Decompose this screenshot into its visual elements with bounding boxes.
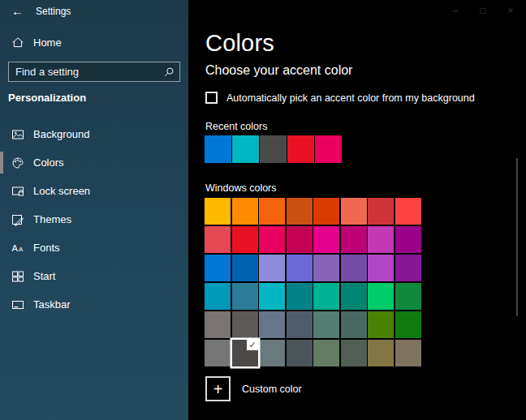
sidebar-item-colors[interactable]: Colors bbox=[0, 148, 188, 177]
windows-color-swatch-10[interactable] bbox=[259, 226, 285, 253]
windows-color-swatch-9[interactable] bbox=[232, 226, 258, 253]
windows-color-swatch-46[interactable] bbox=[368, 340, 394, 366]
custom-color-row: + Custom color bbox=[205, 376, 302, 401]
titlebar-left: ← Settings bbox=[11, 4, 71, 18]
custom-color-label: Custom color bbox=[242, 384, 302, 395]
windows-color-swatch-25[interactable] bbox=[232, 283, 258, 310]
windows-color-swatch-17[interactable] bbox=[232, 255, 258, 281]
windows-color-swatch-33[interactable] bbox=[232, 311, 258, 338]
windows-color-swatch-40[interactable] bbox=[205, 340, 231, 366]
page-title: Colors bbox=[205, 30, 274, 57]
sidebar-item-home[interactable]: Home bbox=[11, 36, 62, 49]
recent-color-swatch-0[interactable] bbox=[205, 135, 231, 163]
section-heading: Choose your accent color bbox=[205, 63, 352, 78]
windows-color-swatch-24[interactable] bbox=[205, 283, 231, 310]
windows-color-swatch-18[interactable] bbox=[259, 255, 285, 281]
windows-color-swatch-0[interactable] bbox=[205, 198, 231, 225]
home-label: Home bbox=[33, 36, 62, 49]
search-input[interactable] bbox=[9, 66, 163, 78]
windows-color-swatch-27[interactable] bbox=[287, 283, 313, 310]
windows-color-swatch-14[interactable] bbox=[368, 226, 394, 253]
auto-accent-checkbox[interactable] bbox=[205, 92, 218, 104]
windows-color-swatch-16[interactable] bbox=[205, 255, 231, 281]
windows-color-swatch-5[interactable] bbox=[341, 198, 367, 225]
windows-color-swatch-42[interactable] bbox=[259, 340, 285, 366]
windows-color-swatch-3[interactable] bbox=[287, 198, 313, 225]
window-title: Settings bbox=[36, 6, 71, 17]
windows-color-swatch-41[interactable]: ✓ bbox=[232, 340, 258, 366]
search-icon[interactable] bbox=[163, 66, 175, 79]
sidebar-section-label: Personalization bbox=[8, 92, 86, 104]
sidebar-item-lock-screen[interactable]: Lock screen bbox=[0, 177, 188, 205]
sidebar-item-label: Fonts bbox=[33, 242, 60, 254]
sidebar-item-fonts[interactable]: AAFonts bbox=[0, 234, 188, 262]
windows-color-swatch-20[interactable] bbox=[313, 255, 339, 281]
windows-colors-grid: ✓ bbox=[205, 198, 421, 366]
start-icon bbox=[11, 270, 24, 283]
lock-screen-icon bbox=[11, 185, 24, 198]
windows-color-swatch-39[interactable] bbox=[395, 311, 421, 338]
sidebar-item-background[interactable]: Background bbox=[0, 120, 188, 148]
vertical-scrollbar[interactable] bbox=[516, 158, 518, 316]
windows-color-swatch-30[interactable] bbox=[368, 283, 394, 310]
windows-color-swatch-45[interactable] bbox=[341, 340, 367, 366]
back-button[interactable]: ← bbox=[11, 4, 31, 18]
close-button[interactable]: × bbox=[497, 2, 524, 19]
windows-color-swatch-37[interactable] bbox=[341, 311, 367, 338]
windows-color-swatch-8[interactable] bbox=[205, 226, 231, 253]
windows-color-swatch-35[interactable] bbox=[287, 311, 313, 338]
windows-color-swatch-47[interactable] bbox=[395, 340, 421, 366]
sidebar-item-taskbar[interactable]: Taskbar bbox=[0, 290, 188, 319]
maximize-button[interactable]: □ bbox=[469, 2, 497, 19]
windows-color-swatch-31[interactable] bbox=[395, 283, 421, 310]
windows-color-swatch-38[interactable] bbox=[368, 311, 394, 338]
windows-color-swatch-21[interactable] bbox=[341, 255, 367, 281]
recent-colors-label: Recent colors bbox=[205, 121, 267, 132]
colors-icon bbox=[11, 156, 24, 169]
windows-color-swatch-36[interactable] bbox=[313, 311, 339, 338]
themes-icon bbox=[11, 213, 24, 226]
windows-color-swatch-26[interactable] bbox=[259, 283, 285, 310]
taskbar-icon bbox=[11, 298, 24, 311]
windows-color-swatch-11[interactable] bbox=[287, 226, 313, 253]
windows-color-swatch-4[interactable] bbox=[313, 198, 339, 225]
recent-color-swatch-4[interactable] bbox=[315, 135, 342, 163]
windows-color-swatch-15[interactable] bbox=[395, 226, 421, 253]
fonts-icon: AA bbox=[11, 242, 24, 255]
auto-accent-label: Automatically pick an accent color from … bbox=[226, 92, 475, 104]
sidebar-item-themes[interactable]: Themes bbox=[0, 205, 188, 234]
selected-check-icon: ✓ bbox=[247, 339, 259, 350]
sidebar-item-start[interactable]: Start bbox=[0, 262, 188, 290]
background-icon bbox=[11, 128, 24, 141]
custom-color-button[interactable]: + bbox=[205, 376, 231, 401]
sidebar-item-label: Background bbox=[33, 128, 89, 140]
windows-color-swatch-2[interactable] bbox=[259, 198, 285, 225]
minimize-button[interactable]: – bbox=[442, 2, 469, 19]
windows-color-swatch-7[interactable] bbox=[395, 198, 421, 225]
sidebar-item-label: Lock screen bbox=[33, 185, 90, 197]
sidebar-item-label: Start bbox=[33, 270, 55, 282]
windows-color-swatch-34[interactable] bbox=[259, 311, 285, 338]
recent-color-swatch-1[interactable] bbox=[232, 135, 259, 163]
windows-color-swatch-1[interactable] bbox=[232, 198, 258, 225]
sidebar-nav: BackgroundColorsLock screenThemesAAFonts… bbox=[0, 120, 188, 319]
windows-colors-label: Windows colors bbox=[205, 182, 277, 194]
settings-window: ← Settings Home Personalization Backgrou… bbox=[0, 0, 526, 420]
windows-color-swatch-23[interactable] bbox=[395, 255, 421, 281]
windows-color-swatch-12[interactable] bbox=[313, 226, 339, 253]
windows-color-swatch-32[interactable] bbox=[205, 311, 231, 338]
window-controls: – □ × bbox=[442, 2, 524, 19]
windows-color-swatch-43[interactable] bbox=[287, 340, 313, 366]
windows-color-swatch-19[interactable] bbox=[287, 255, 313, 281]
search-box bbox=[8, 62, 180, 82]
recent-color-swatch-2[interactable] bbox=[260, 135, 287, 163]
recent-color-swatch-3[interactable] bbox=[287, 135, 314, 163]
windows-color-swatch-29[interactable] bbox=[341, 283, 367, 310]
windows-color-swatch-28[interactable] bbox=[313, 283, 339, 310]
svg-text:A: A bbox=[12, 243, 19, 253]
windows-color-swatch-44[interactable] bbox=[313, 340, 339, 366]
windows-color-swatch-13[interactable] bbox=[341, 226, 367, 253]
windows-color-swatch-6[interactable] bbox=[368, 198, 394, 225]
windows-color-swatch-22[interactable] bbox=[368, 255, 394, 281]
auto-accent-row: Automatically pick an accent color from … bbox=[205, 92, 475, 104]
